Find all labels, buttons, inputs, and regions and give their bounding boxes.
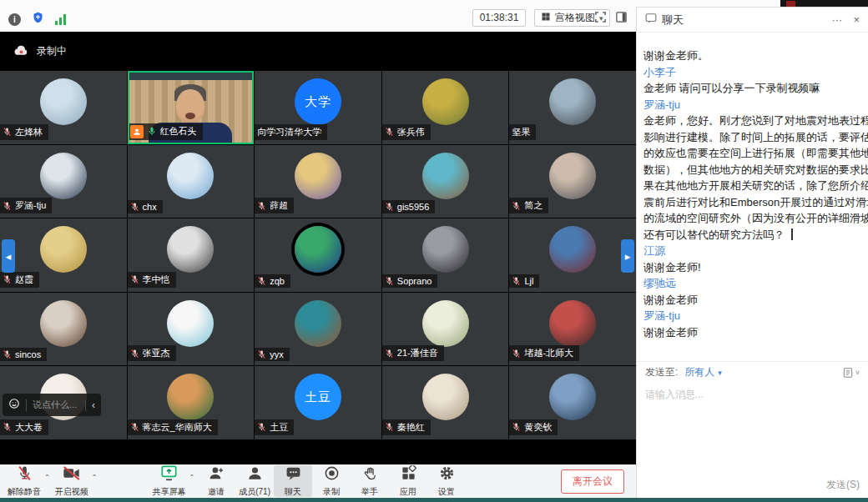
participant-name: 土豆	[270, 421, 288, 434]
participant-tile[interactable]: 李中恺	[128, 218, 255, 292]
chat-sender-name: 江源	[643, 243, 868, 259]
participant-tile[interactable]: 土豆土豆	[255, 366, 381, 439]
avatar	[422, 300, 469, 347]
mic-muted-icon	[3, 422, 12, 432]
share-icon	[160, 465, 178, 484]
expand-chevron-icon[interactable]: ⌃	[44, 474, 50, 481]
toolbar-invite-button[interactable]: 邀请	[197, 465, 235, 497]
avatar	[40, 226, 87, 273]
participant-name-tag: 张兵伟	[382, 124, 431, 140]
record-icon	[324, 465, 340, 484]
meeting-window: 腾讯会议 i 01:38:31 宫格视图 ▾	[0, 0, 868, 502]
participant-tile[interactable]: 黄奕钦	[509, 366, 636, 439]
participant-name: gis5956	[397, 202, 430, 212]
avatar	[40, 78, 87, 125]
participant-name-tag: sincos	[0, 348, 47, 361]
toolbar-label: 录制	[323, 486, 340, 498]
gear-icon	[439, 465, 455, 484]
invite-icon	[209, 465, 225, 484]
top-bar-status-icons: i	[8, 11, 66, 28]
chat-message-list[interactable]: 谢谢金老师。小李子金老师 请问可以分享一下录制视频嘛罗涵-tju金老师，您好。刚…	[637, 41, 868, 351]
toolbar-apps-button[interactable]: 应用	[389, 465, 427, 497]
participant-tile[interactable]: 红色石头	[128, 71, 255, 144]
toolbar-members-button[interactable]: 成员(71)	[235, 465, 274, 497]
participant-tile[interactable]: 简之	[509, 145, 636, 218]
security-shield-icon[interactable]	[32, 11, 44, 28]
participant-tile[interactable]: sincos	[0, 293, 127, 366]
network-signal-icon[interactable]	[55, 14, 66, 25]
quick-reaction-bar[interactable]: 说点什么... ‹	[3, 394, 101, 416]
participant-tile[interactable]: 张亚杰	[128, 293, 255, 366]
participant-tile[interactable]: chx	[128, 145, 255, 218]
participant-tile[interactable]: 左烽林	[0, 71, 127, 144]
participant-tile[interactable]: yyx	[255, 293, 381, 366]
toolbar-record-button[interactable]: 录制	[312, 465, 351, 497]
chat-sender-name: 缪驰远	[643, 275, 868, 292]
fullscreen-icon[interactable]	[594, 11, 607, 27]
expand-chevron-icon[interactable]: ⌃	[92, 474, 98, 481]
collapse-chevron-icon[interactable]: ‹	[92, 399, 95, 411]
participant-tile[interactable]: Ljl	[509, 218, 636, 292]
avatar	[549, 226, 596, 273]
mic-muted-icon	[512, 276, 521, 286]
participant-tile[interactable]: Soprano	[382, 218, 509, 292]
participant-tile[interactable]: zqb	[255, 218, 381, 292]
next-page-arrow[interactable]: ▸	[621, 239, 634, 273]
participant-tile[interactable]: 赵霞	[0, 218, 127, 292]
toolbar-label: 开启视频	[55, 486, 88, 498]
close-icon[interactable]: ×	[853, 14, 860, 25]
more-options-icon[interactable]: ···	[831, 14, 842, 25]
participant-name: 薛超	[270, 199, 288, 212]
taskbar-edge	[0, 498, 868, 502]
participant-tile[interactable]: 张兵伟	[382, 71, 509, 144]
chat-input[interactable]: 请输入消息...	[637, 384, 868, 476]
cutoff-overlay	[780, 0, 868, 7]
toolbar-share-button[interactable]: 共享屏幕	[149, 465, 188, 497]
recording-label: 录制中	[37, 44, 67, 58]
participant-name-tag: zqb	[255, 274, 290, 288]
mic-muted-icon	[3, 274, 12, 284]
chevron-down-icon[interactable]: ▾	[718, 369, 722, 377]
send-button[interactable]: 发送(S)	[826, 478, 860, 492]
participant-name-tag: 堵越-北师大	[509, 345, 579, 361]
participant-tile[interactable]: 21-潘佳音	[382, 293, 509, 366]
reaction-input-placeholder[interactable]: 说点什么...	[33, 399, 79, 411]
toolbar-mic-off-button[interactable]: 解除静音	[5, 465, 43, 497]
participant-tile[interactable]: 大学向学习清华大学	[255, 71, 381, 144]
toolbar-label: 解除静音	[8, 486, 41, 498]
participant-tile[interactable]: 蒋志云_华南师大	[128, 366, 255, 439]
toolbar-hand-button[interactable]: 举手	[351, 465, 389, 497]
grid-view-icon	[541, 12, 551, 24]
participant-name-tag: 赵霞	[0, 272, 39, 288]
chat-message-text: 果在其他地方开展相关研究的话，除了您所介绍的通过地	[643, 178, 868, 194]
chat-message-text: 谢谢金老师。	[643, 48, 868, 64]
send-to-selector[interactable]: 所有人	[684, 365, 714, 379]
toolbar-label: 邀请	[208, 486, 225, 498]
participant-name: 秦艳红	[397, 421, 425, 434]
apps-icon	[401, 465, 416, 484]
avatar	[549, 374, 596, 420]
smiley-icon[interactable]	[8, 398, 20, 413]
participant-name-tag: 向学习清华大学	[255, 124, 327, 140]
side-panel-icon[interactable]	[615, 11, 628, 27]
previous-page-arrow[interactable]: ◂	[2, 239, 15, 273]
chat-message-text: 金老师，您好。刚才您说到了对地震对地表过程和碳循	[643, 113, 868, 129]
participant-tile[interactable]: 薛超	[255, 145, 381, 218]
info-icon[interactable]: i	[8, 13, 21, 26]
chat-message-text: 震前后进行对比和Emberson开展过的通过对滑坡量不同	[643, 194, 868, 211]
toolbar-chat-button[interactable]: 聊天	[274, 465, 312, 497]
chat-sender-name: 罗涵-tju	[643, 97, 868, 113]
send-to-label: 发送至:	[645, 365, 678, 379]
toolbar-cam-off-button[interactable]: 开启视频	[53, 465, 91, 497]
participant-tile[interactable]: 罗涵-tju	[0, 145, 127, 218]
toolbar-gear-button[interactable]: 设置	[427, 465, 466, 497]
participant-tile[interactable]: 秦艳红	[382, 366, 509, 439]
participant-grid: ◂ ▸ 说点什么... ‹ 左烽林红色石头大学向学习清华大学张兵伟坚果罗涵-tj…	[0, 71, 636, 439]
participant-tile[interactable]: 堵越-北师大	[509, 293, 636, 366]
leave-meeting-button[interactable]: 离开会议	[561, 469, 624, 494]
participant-tile[interactable]: gis5956	[382, 145, 509, 218]
chat-message-text: 影响进行建模。除了时间上的拓展的话，要评估全球范	[643, 129, 868, 146]
participant-tile[interactable]: 坚果	[509, 71, 636, 144]
expand-chevron-icon[interactable]: ⌃	[189, 474, 194, 481]
chat-history-button[interactable]: ˅	[842, 367, 860, 379]
